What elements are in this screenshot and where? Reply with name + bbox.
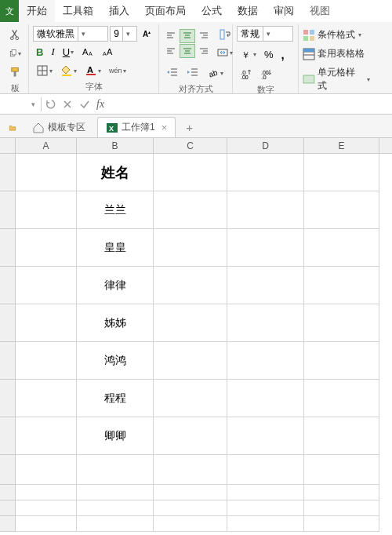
format-table-button[interactable]: 套用表格格 (303, 46, 370, 61)
cell[interactable] (304, 516, 379, 532)
cell[interactable] (304, 485, 379, 500)
cell[interactable] (16, 516, 77, 532)
cell[interactable] (154, 154, 227, 191)
increase-font-button-2[interactable]: AA (99, 43, 118, 60)
cell[interactable] (304, 229, 379, 267)
align-mid-right[interactable] (196, 44, 212, 58)
font-color-button[interactable]: A▾ (82, 62, 104, 79)
cell[interactable] (16, 154, 77, 191)
border-button[interactable]: ▾ (33, 62, 56, 79)
cell[interactable] (304, 455, 379, 485)
align-top-left[interactable] (163, 29, 179, 43)
cell[interactable] (227, 229, 304, 267)
cell[interactable]: 姊姊 (77, 304, 154, 342)
comma-button[interactable]: , (278, 45, 288, 64)
cell[interactable]: 皇皇 (77, 229, 154, 267)
row-header[interactable] (0, 304, 16, 342)
tab-formula[interactable]: 公式 (194, 0, 230, 22)
row-header[interactable] (0, 500, 16, 516)
cell[interactable] (154, 191, 227, 229)
cell[interactable]: 律律 (77, 267, 154, 304)
col-header-E[interactable]: E (304, 138, 379, 153)
fx-cancel-button[interactable] (59, 96, 76, 113)
row-header[interactable] (0, 485, 16, 500)
tab-data[interactable]: 数据 (230, 0, 266, 22)
cell[interactable] (154, 485, 227, 500)
percent-button[interactable]: % (261, 46, 277, 63)
row-header[interactable] (0, 154, 16, 191)
cell[interactable] (304, 267, 379, 304)
name-box[interactable]: ▾ (2, 96, 38, 112)
col-header-C[interactable]: C (154, 138, 227, 153)
cell[interactable] (227, 500, 304, 516)
doc-tab-workbook[interactable]: X 工作簿1 × (97, 117, 176, 137)
bold-button[interactable]: B (33, 44, 46, 60)
doc-tab-template[interactable]: 模板专区 (24, 117, 94, 137)
app-menu-button[interactable]: 文 (0, 0, 19, 22)
cell[interactable] (154, 267, 227, 304)
close-icon[interactable]: × (162, 122, 168, 133)
cell[interactable] (304, 342, 379, 380)
cell[interactable] (227, 485, 304, 500)
cell[interactable] (16, 500, 77, 516)
tab-home[interactable]: 开始 (19, 0, 55, 22)
pinyin-button[interactable]: wén▾ (106, 64, 129, 77)
cell[interactable] (77, 485, 154, 500)
tab-review[interactable]: 审阅 (266, 0, 302, 22)
cell[interactable] (154, 380, 227, 417)
align-top-right[interactable] (196, 29, 212, 43)
orientation-button[interactable]: ab▾ (204, 64, 227, 82)
cell[interactable]: 兰兰 (77, 191, 154, 229)
cell[interactable] (77, 455, 154, 485)
increase-indent-button[interactable] (183, 64, 202, 82)
cell[interactable] (304, 380, 379, 417)
cell[interactable] (304, 191, 379, 229)
doc-tab-add[interactable]: + (179, 117, 200, 137)
align-top-center[interactable] (180, 29, 195, 43)
cell[interactable] (16, 191, 77, 229)
cell[interactable] (16, 229, 77, 267)
cell[interactable] (154, 342, 227, 380)
cell[interactable] (304, 154, 379, 191)
font-name-combo[interactable]: 微软雅黑▾ (33, 26, 108, 42)
select-all-corner[interactable] (0, 138, 16, 153)
copy-button[interactable]: ▾ (6, 45, 24, 62)
number-format-combo[interactable]: 常规▾ (237, 26, 293, 42)
fill-color-button[interactable]: ▾ (57, 62, 80, 79)
cell[interactable] (154, 417, 227, 455)
increase-font-button[interactable]: A▴ (139, 27, 154, 41)
row-header[interactable] (0, 516, 16, 532)
italic-button[interactable]: I (48, 43, 57, 60)
cell[interactable] (304, 304, 379, 342)
cell[interactable] (16, 304, 77, 342)
col-header-D[interactable]: D (227, 138, 304, 153)
row-header[interactable] (0, 455, 16, 485)
cell[interactable]: 姓名 (77, 154, 154, 191)
fx-confirm-button[interactable] (76, 96, 93, 113)
cell[interactable] (304, 417, 379, 455)
cell-style-button[interactable]: 单元格样式▾ (303, 65, 370, 93)
cell[interactable] (154, 455, 227, 485)
cell[interactable] (227, 516, 304, 532)
currency-button[interactable]: ￥▾ (237, 46, 260, 64)
align-mid-center[interactable] (180, 44, 195, 58)
format-painter-button[interactable] (6, 64, 24, 81)
underline-button[interactable]: U▾ (60, 44, 77, 60)
cell[interactable] (227, 154, 304, 191)
cell[interactable] (154, 500, 227, 516)
col-header-B[interactable]: B (77, 138, 154, 153)
cell[interactable] (227, 191, 304, 229)
row-header[interactable] (0, 267, 16, 304)
cell[interactable] (77, 500, 154, 516)
cell[interactable]: 程程 (77, 380, 154, 417)
cell[interactable]: 卿卿 (77, 417, 154, 455)
doc-tab-browse[interactable] (5, 117, 20, 137)
cell[interactable] (227, 342, 304, 380)
tab-insert[interactable]: 插入 (101, 0, 137, 22)
cell[interactable] (227, 267, 304, 304)
cell[interactable] (154, 304, 227, 342)
decrease-decimal-button[interactable]: .00.0 (257, 65, 276, 82)
cut-button[interactable] (6, 26, 24, 43)
cell[interactable] (16, 417, 77, 455)
cell[interactable] (154, 516, 227, 532)
